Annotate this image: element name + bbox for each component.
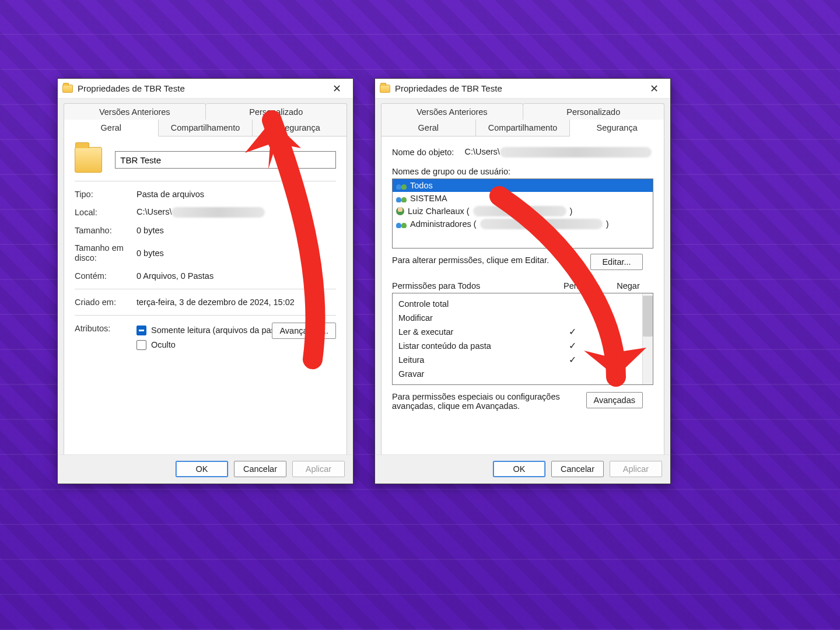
- created-value: terça-feira, 3 de dezembro de 2024, 15:0…: [136, 298, 336, 307]
- titlebar[interactable]: Propriedades de TBR Teste ✕: [58, 79, 353, 99]
- tab-security[interactable]: Segurança: [253, 120, 347, 136]
- tab-security[interactable]: Segurança: [570, 120, 664, 136]
- groups-listbox[interactable]: Todos SISTEMA Luiz Charleaux ( ) Adminis…: [392, 178, 653, 249]
- list-item[interactable]: Luiz Charleaux ( ): [393, 205, 653, 218]
- folder-icon: [62, 85, 73, 93]
- checkbox-indeterminate-icon: [136, 326, 146, 335]
- apply-button[interactable]: Aplicar: [292, 461, 345, 477]
- advanced-button[interactable]: Avançadas: [586, 392, 643, 408]
- tab-previous-versions[interactable]: Versões Anteriores: [381, 103, 523, 120]
- created-label: Criado em:: [75, 298, 136, 307]
- size-value: 0 bytes: [136, 226, 336, 235]
- tab-general[interactable]: Geral: [64, 120, 159, 136]
- list-item[interactable]: Todos: [393, 179, 653, 192]
- attributes-label: Atributos:: [75, 324, 136, 333]
- redacted-path: [172, 207, 265, 218]
- redacted-user: [473, 206, 566, 216]
- close-icon[interactable]: ✕: [325, 82, 348, 95]
- allow-column: ✓✓✓: [549, 293, 596, 384]
- contains-label: Contém:: [75, 271, 136, 281]
- sizeondisk-value: 0 bytes: [136, 249, 336, 258]
- permissions-header: Permissões para Todos: [392, 281, 553, 290]
- tab-previous-versions[interactable]: Versões Anteriores: [64, 103, 206, 120]
- general-panel: Tipo: Pasta de arquivos Local: C:\Users\…: [64, 136, 347, 466]
- cancel-button[interactable]: Cancelar: [551, 461, 604, 477]
- properties-dialog-security: Propriedades de TBR Teste ✕ Versões Ante…: [374, 78, 671, 484]
- contains-value: 0 Arquivos, 0 Pastas: [136, 271, 336, 281]
- users-group-icon: [396, 194, 407, 202]
- titlebar[interactable]: Propriedades de TBR Teste ✕: [375, 79, 670, 99]
- window-title: Propriedades de TBR Teste: [78, 83, 325, 93]
- user-icon: [396, 207, 404, 215]
- ok-button[interactable]: OK: [176, 461, 228, 477]
- size-label: Tamanho:: [75, 226, 136, 235]
- list-item[interactable]: Administradores ( ): [393, 218, 653, 230]
- perm-name: Leitura: [398, 353, 549, 367]
- folder-large-icon: [75, 147, 102, 173]
- dialog-footer: OK Cancelar Aplicar: [58, 454, 353, 484]
- perm-name: Ler & executar: [398, 325, 549, 339]
- hidden-label: Oculto: [151, 340, 176, 349]
- tab-custom[interactable]: Personalizado: [523, 103, 665, 120]
- close-icon[interactable]: ✕: [642, 82, 666, 95]
- perm-name: Controle total: [398, 297, 549, 311]
- properties-dialog-general: Propriedades de TBR Teste ✕ Versões Ante…: [57, 78, 354, 484]
- tab-sharing[interactable]: Compartilhamento: [476, 120, 570, 136]
- redacted-path: [500, 147, 652, 158]
- type-value: Pasta de arquivos: [136, 190, 336, 199]
- check-icon: ✓: [549, 353, 596, 367]
- ok-button[interactable]: OK: [493, 461, 545, 477]
- advanced-hint: Para permissões especiais ou configuraçõ…: [392, 392, 567, 411]
- object-name-value: C:\Users\: [464, 147, 651, 158]
- deny-header: Negar: [603, 281, 653, 290]
- dialog-footer: OK Cancelar Aplicar: [375, 454, 670, 484]
- cancel-button[interactable]: Cancelar: [234, 461, 286, 477]
- folder-icon: [380, 85, 390, 93]
- edit-hint: Para alterar permissões, clique em Edita…: [392, 256, 549, 265]
- advanced-button[interactable]: Avançados...: [272, 323, 336, 339]
- groups-label: Nomes de grupo ou de usuário:: [392, 167, 653, 176]
- perm-name: Listar conteúdo da pasta: [398, 339, 549, 353]
- list-item[interactable]: SISTEMA: [393, 192, 653, 205]
- scrollbar[interactable]: [642, 293, 653, 384]
- redacted-group: [480, 219, 603, 229]
- readonly-checkbox[interactable]: Somente leitura (arquivos da pasta): [136, 326, 285, 335]
- check-icon: ✓: [549, 325, 596, 339]
- sizeondisk-label: Tamanho em disco:: [75, 243, 136, 262]
- permissions-listbox: Controle total Modificar Ler & executar …: [392, 293, 653, 385]
- perm-name: Modificar: [398, 311, 549, 325]
- tab-custom[interactable]: Personalizado: [206, 103, 348, 120]
- window-title: Propriedades de TBR Teste: [395, 83, 642, 93]
- users-group-icon: [396, 220, 407, 228]
- type-label: Tipo:: [75, 190, 136, 199]
- tab-general[interactable]: Geral: [381, 120, 476, 136]
- check-icon: ✓: [549, 339, 596, 353]
- hidden-checkbox[interactable]: Oculto: [136, 340, 176, 350]
- allow-header: Permitir: [553, 281, 603, 290]
- security-panel: Nome do objeto: C:\Users\ Nomes de grupo…: [381, 136, 664, 466]
- checkbox-empty-icon: [136, 340, 146, 350]
- tab-sharing[interactable]: Compartilhamento: [159, 120, 253, 136]
- object-name-label: Nome do objeto:: [392, 148, 454, 157]
- edit-button[interactable]: Editar...: [590, 254, 643, 270]
- location-value: C:\Users\: [136, 207, 336, 218]
- perm-name: Gravar: [398, 367, 549, 381]
- apply-button[interactable]: Aplicar: [610, 461, 662, 477]
- folder-name-input[interactable]: [115, 151, 336, 169]
- users-group-icon: [396, 181, 407, 190]
- location-label: Local:: [75, 208, 136, 217]
- scrollbar-thumb[interactable]: [643, 296, 653, 337]
- permissions-names: Controle total Modificar Ler & executar …: [393, 293, 549, 384]
- deny-column: [596, 293, 642, 384]
- readonly-label: Somente leitura (arquivos da pasta): [151, 326, 285, 335]
